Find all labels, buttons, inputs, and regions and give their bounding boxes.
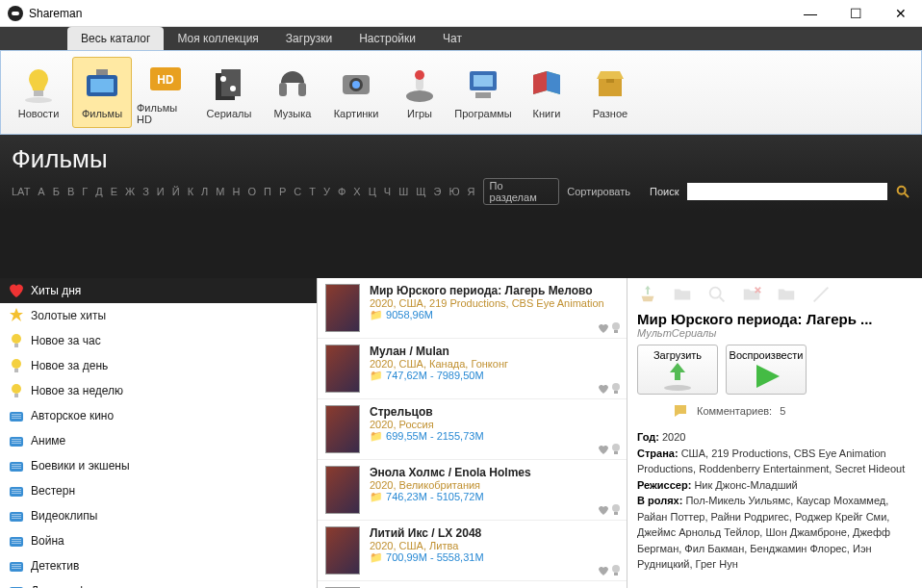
sidebar-label: Новое за неделю — [31, 384, 123, 397]
toolbar-news[interactable]: Новости — [9, 57, 68, 128]
play-button[interactable]: Воспроизвести — [726, 345, 807, 395]
toolbar-serials[interactable]: Сериалы — [199, 57, 259, 128]
alpha-Ш[interactable]: Ш — [398, 186, 408, 197]
toolbar-films[interactable]: Фильмы — [72, 57, 132, 128]
alpha-Д[interactable]: Д — [95, 186, 102, 197]
sidebar-item-3[interactable]: Новое за день — [0, 353, 317, 378]
list-item[interactable]: Энола Холмс / Enola Holmes2020, Великобр… — [318, 460, 627, 521]
alpha-Л[interactable]: Л — [201, 186, 208, 197]
heart-icon[interactable] — [598, 565, 609, 576]
toolbar-label: Новости — [18, 108, 60, 119]
sidebar-item-10[interactable]: Война — [0, 528, 317, 553]
sidebar-label: Новое за день — [31, 359, 108, 372]
svg-rect-53 — [12, 543, 21, 544]
toolbar-games[interactable]: Игры — [390, 57, 449, 128]
sidebar-label: Новое за час — [31, 334, 101, 347]
sidebar-item-4[interactable]: Новое за неделю — [0, 378, 317, 403]
alpha-Я[interactable]: Я — [468, 186, 475, 197]
list-item[interactable]: Литий Икс / LX 20482020, США, Литва📁 700… — [318, 521, 627, 581]
sort-button[interactable]: Сортировать — [567, 186, 630, 197]
alpha-З[interactable]: З — [142, 186, 149, 197]
poster-thumbnail — [325, 345, 360, 393]
folder-icon[interactable] — [672, 284, 693, 305]
menu-tab-0[interactable]: Весь каталог — [67, 27, 164, 50]
menu-tab-2[interactable]: Загрузки — [272, 27, 346, 50]
alpha-Б[interactable]: Б — [53, 186, 60, 197]
toolbar-progs[interactable]: Программы — [453, 57, 513, 128]
sidebar-item-6[interactable]: Аниме — [0, 428, 317, 453]
bulb-icon — [8, 357, 25, 374]
alpha-А[interactable]: А — [38, 186, 44, 197]
svg-rect-22 — [606, 79, 614, 83]
magic-icon[interactable] — [810, 284, 832, 305]
alpha-Н[interactable]: Н — [232, 186, 240, 197]
comments-row[interactable]: Комментариев: 5 — [672, 402, 912, 420]
menu-tab-1[interactable]: Моя коллекция — [164, 27, 271, 50]
close-button[interactable]: ✕ — [887, 6, 914, 21]
zoom-icon[interactable] — [706, 284, 728, 305]
toolbar-misc[interactable]: Разное — [580, 57, 640, 128]
heart-icon[interactable] — [598, 383, 609, 395]
list-item[interactable]: Девяностые (40 фильмов)2016-2019, Россия… — [318, 581, 627, 588]
remove-icon[interactable] — [741, 284, 762, 305]
sidebar-item-7[interactable]: Боевики и экшены — [0, 453, 317, 478]
alpha-Ж[interactable]: Ж — [125, 186, 135, 197]
list-item[interactable]: Стрельцов2020, Россия📁 699,55M - 2155,73… — [318, 399, 627, 460]
sidebar-item-5[interactable]: Авторское кино — [0, 403, 317, 428]
heart-icon[interactable] — [598, 322, 609, 334]
alpha-Й[interactable]: Й — [172, 186, 180, 197]
list-item[interactable]: Мулан / Mulan2020, США, Канада, Гонконг📁… — [318, 339, 627, 399]
alpha-Э[interactable]: Э — [434, 186, 442, 197]
item-title: Литий Икс / LX 2048 — [370, 526, 619, 540]
alpha-Г[interactable]: Г — [82, 186, 88, 197]
sidebar-item-11[interactable]: Детектив — [0, 553, 317, 578]
menu-tab-3[interactable]: Настройки — [346, 27, 429, 50]
alpha-М[interactable]: М — [216, 186, 224, 197]
sidebar-item-1[interactable]: Золотые хиты — [0, 303, 317, 328]
svg-rect-20 — [474, 75, 493, 87]
toolbar-books[interactable]: Книги — [517, 57, 576, 128]
sidebar-item-0[interactable]: Хиты дня — [0, 278, 317, 303]
alpha-В[interactable]: В — [67, 186, 74, 197]
alpha-Т[interactable]: Т — [309, 186, 316, 197]
alpha-Щ[interactable]: Щ — [416, 186, 425, 197]
comments-count: 5 — [780, 405, 785, 417]
search-input[interactable] — [687, 183, 887, 200]
alpha-И[interactable]: И — [157, 186, 165, 197]
toolbar-pics[interactable]: Картинки — [326, 57, 386, 128]
minimize-button[interactable]: — — [796, 6, 825, 21]
sidebar-item-8[interactable]: Вестерн — [0, 478, 317, 503]
menu-tab-4[interactable]: Чат — [429, 27, 475, 50]
by-sections-button[interactable]: По разделам — [483, 178, 560, 205]
alpha-Е[interactable]: Е — [111, 186, 117, 197]
alpha-С[interactable]: С — [294, 186, 301, 197]
favorite-icon[interactable] — [776, 284, 797, 305]
toolbar-label: Музыка — [274, 108, 312, 119]
alpha-Ф[interactable]: Ф — [338, 186, 346, 197]
heart-icon[interactable] — [598, 444, 609, 455]
alpha-П[interactable]: П — [264, 186, 271, 197]
svg-rect-32 — [12, 416, 21, 417]
alpha-Ц[interactable]: Ц — [369, 186, 376, 197]
alpha-К[interactable]: К — [188, 186, 193, 197]
alpha-О[interactable]: О — [247, 186, 256, 197]
maximize-button[interactable]: ☐ — [842, 6, 870, 21]
sidebar-item-12[interactable]: Детские фильмы и сказки — [0, 578, 317, 588]
list-item[interactable]: Мир Юрского периода: Лагерь Мелово2020, … — [318, 278, 627, 339]
alpha-Ч[interactable]: Ч — [384, 186, 391, 197]
year-value: 2020 — [662, 431, 685, 443]
download-button[interactable]: Загрузить — [637, 345, 718, 395]
sidebar-item-9[interactable]: Видеоклипы — [0, 503, 317, 528]
toolbar-filmshd[interactable]: HDФильмы HD — [136, 57, 195, 128]
heart-icon[interactable] — [598, 504, 609, 516]
alpha-Ю[interactable]: Ю — [448, 186, 459, 197]
toolbar-music[interactable]: Музыка — [263, 57, 322, 128]
sidebar-item-2[interactable]: Новое за час — [0, 328, 317, 353]
search-icon[interactable] — [895, 184, 910, 199]
bulb-icon — [8, 332, 25, 349]
alpha-LAT[interactable]: LAT — [12, 186, 30, 197]
alpha-Х[interactable]: Х — [353, 186, 360, 197]
share-icon[interactable] — [637, 284, 658, 305]
alpha-Р[interactable]: Р — [279, 186, 286, 197]
alpha-У[interactable]: У — [323, 186, 330, 197]
